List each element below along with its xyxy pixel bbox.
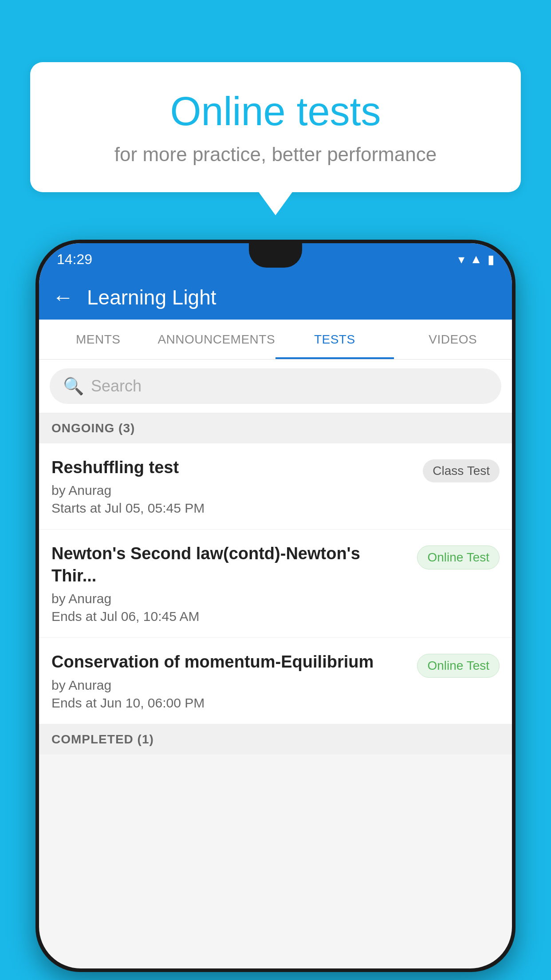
test-item-reshuffling[interactable]: Reshuffling test by Anurag Starts at Jul… <box>39 443 512 530</box>
search-container: 🔍 Search <box>39 360 512 413</box>
speech-bubble-container: Online tests for more practice, better p… <box>30 62 521 192</box>
test-badge-2: Online Test <box>417 545 500 569</box>
speech-bubble: Online tests for more practice, better p… <box>30 62 521 192</box>
test-author-1: by Anurag <box>51 483 414 498</box>
status-icons: ▾ ▲ ▮ <box>458 252 494 267</box>
tab-ments[interactable]: MENTS <box>39 320 157 359</box>
test-name-1: Reshuffling test <box>51 457 414 478</box>
test-author-3: by Anurag <box>51 678 408 693</box>
notch <box>249 243 302 268</box>
test-item-conservation[interactable]: Conservation of momentum-Equilibrium by … <box>39 638 512 724</box>
battery-icon: ▮ <box>488 252 494 267</box>
tabs-bar: MENTS ANNOUNCEMENTS TESTS VIDEOS <box>39 320 512 360</box>
tab-videos[interactable]: VIDEOS <box>394 320 512 359</box>
app-title: Learning Light <box>87 285 216 309</box>
bubble-title: Online tests <box>66 89 485 134</box>
phone-inner: 14:29 ▾ ▲ ▮ ← Learning Light MENTS ANNOU… <box>39 243 512 968</box>
test-info-1: Reshuffling test by Anurag Starts at Jul… <box>51 457 414 516</box>
ongoing-section-header: ONGOING (3) <box>39 413 512 443</box>
test-badge-3: Online Test <box>417 654 500 678</box>
tab-announcements[interactable]: ANNOUNCEMENTS <box>157 320 276 359</box>
phone-frame: 14:29 ▾ ▲ ▮ ← Learning Light MENTS ANNOU… <box>35 240 516 972</box>
back-button[interactable]: ← <box>52 287 74 308</box>
search-icon: 🔍 <box>63 376 84 396</box>
test-item-newton[interactable]: Newton's Second law(contd)-Newton's Thir… <box>39 530 512 638</box>
completed-section-header: COMPLETED (1) <box>39 724 512 755</box>
search-input[interactable]: 🔍 Search <box>50 368 501 404</box>
test-date-2: Ends at Jul 06, 10:45 AM <box>51 609 408 624</box>
search-placeholder: Search <box>91 377 142 395</box>
bubble-subtitle: for more practice, better performance <box>66 143 485 166</box>
test-info-2: Newton's Second law(contd)-Newton's Thir… <box>51 543 408 624</box>
test-date-1: Starts at Jul 05, 05:45 PM <box>51 501 414 516</box>
signal-icon: ▲ <box>470 252 482 266</box>
test-date-3: Ends at Jun 10, 06:00 PM <box>51 695 408 711</box>
test-author-2: by Anurag <box>51 591 408 606</box>
test-name-2: Newton's Second law(contd)-Newton's Thir… <box>51 543 408 587</box>
test-name-3: Conservation of momentum-Equilibrium <box>51 651 408 673</box>
wifi-icon: ▾ <box>458 252 464 267</box>
status-time: 14:29 <box>57 251 92 268</box>
app-bar: ← Learning Light <box>39 275 512 320</box>
tab-tests[interactable]: TESTS <box>276 320 394 359</box>
test-list: Reshuffling test by Anurag Starts at Jul… <box>39 443 512 724</box>
test-badge-1: Class Test <box>423 459 500 482</box>
test-info-3: Conservation of momentum-Equilibrium by … <box>51 651 408 710</box>
status-bar: 14:29 ▾ ▲ ▮ <box>39 243 512 275</box>
